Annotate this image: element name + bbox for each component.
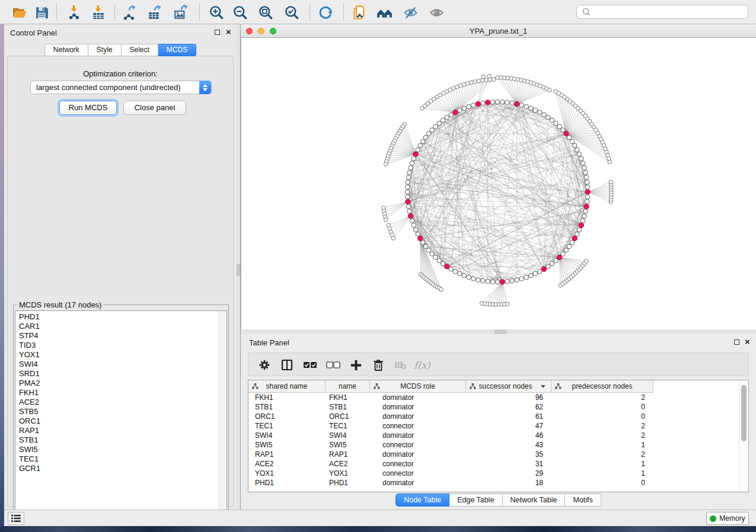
main-toolbar [0, 0, 756, 24]
list-item[interactable]: TEC1 [15, 454, 219, 464]
network-graph-canvas[interactable] [241, 38, 756, 329]
list-item[interactable]: STP4 [15, 331, 219, 341]
search-input[interactable] [594, 6, 748, 18]
import-table-icon[interactable] [90, 4, 107, 21]
table-header-row: shared name name MCDS role successor nod… [248, 380, 653, 393]
splitter-handle[interactable] [495, 330, 506, 334]
list-item[interactable]: CAR1 [15, 322, 219, 331]
clone-network-icon[interactable] [350, 4, 368, 21]
tab-mcds[interactable]: MCDS [158, 44, 196, 56]
select-all-icon[interactable] [302, 357, 318, 373]
memory-button[interactable]: Memory [706, 512, 749, 525]
tab-node-table[interactable]: Node Table [395, 493, 449, 507]
column-header-predecessor-nodes[interactable]: predecessor nodes [551, 380, 653, 393]
list-item[interactable]: PHD1 [15, 312, 219, 322]
table-row[interactable]: ORC1 ORC1 dominator 61 0 [248, 412, 739, 421]
mcds-list-scrollbar[interactable] [219, 311, 227, 520]
node-table[interactable]: shared name name MCDS role successor nod… [248, 380, 749, 492]
export-network-icon[interactable] [120, 4, 138, 21]
first-neighbors-icon[interactable] [375, 4, 393, 21]
tab-style[interactable]: Style [88, 44, 122, 56]
list-item[interactable]: SWI4 [15, 360, 219, 369]
close-panel-icon[interactable]: × [226, 27, 231, 37]
attribute-icon [555, 383, 562, 390]
table-row[interactable]: TEC1 TEC1 connector 47 2 [248, 421, 739, 431]
gear-icon[interactable] [257, 357, 272, 373]
toolbar-separator [310, 4, 310, 20]
zoom-selected-icon[interactable] [283, 4, 301, 21]
task-history-button[interactable] [8, 512, 24, 525]
network-window-title: YPA_prune.txt_1 [241, 27, 756, 36]
open-session-icon[interactable] [11, 4, 28, 21]
list-item[interactable]: GCR1 [15, 464, 219, 473]
attribute-icon [252, 383, 259, 390]
sort-caret-icon[interactable] [541, 385, 546, 388]
float-panel-icon[interactable] [734, 339, 739, 345]
control-panel-header: Control Panel × [4, 24, 237, 40]
table-panel-tabs: Node Table Edge Table Network Table Moti… [241, 493, 756, 507]
float-panel-icon[interactable] [215, 30, 220, 35]
table-scrollbar[interactable] [739, 380, 748, 492]
save-session-icon[interactable] [33, 4, 50, 21]
close-panel-icon[interactable]: × [745, 336, 750, 347]
hide-selected-icon[interactable] [401, 4, 419, 21]
tab-select[interactable]: Select [122, 44, 158, 56]
show-hide-columns-icon[interactable] [279, 357, 295, 373]
show-all-icon[interactable] [428, 4, 445, 21]
vertical-splitter[interactable] [237, 24, 241, 509]
list-item[interactable]: PMA2 [15, 379, 219, 388]
zoom-fit-icon[interactable] [257, 4, 275, 21]
table-row[interactable]: RAP1 RAP1 dominator 35 2 [248, 450, 739, 459]
splitter-handle[interactable] [237, 264, 240, 276]
list-item[interactable]: ORC1 [15, 416, 219, 426]
table-row[interactable]: YOX1 YOX1 connector 29 1 [248, 469, 739, 478]
zoom-in-icon[interactable] [208, 4, 225, 21]
tab-network-table[interactable]: Network Table [503, 493, 566, 507]
close-panel-button[interactable]: Close panel [123, 101, 186, 115]
add-column-icon[interactable] [348, 357, 363, 373]
table-row[interactable]: PHD1 PHD1 dominator 18 0 [248, 478, 739, 488]
import-network-icon[interactable] [65, 4, 83, 21]
list-item[interactable]: SWI5 [15, 445, 219, 454]
column-header-name[interactable]: name [326, 380, 370, 393]
criterion-select[interactable]: largest connected component (undirected) [30, 81, 212, 94]
deselect-all-icon[interactable] [326, 357, 341, 373]
list-item[interactable]: ACE2 [15, 398, 219, 407]
optimization-criterion-label: Optimization criterion: [8, 69, 233, 78]
tab-edge-table[interactable]: Edge Table [449, 493, 502, 507]
delete-column-icon[interactable] [371, 357, 386, 373]
export-image-icon[interactable] [172, 4, 190, 21]
list-item[interactable]: STB1 [15, 435, 219, 445]
list-item[interactable]: YOX1 [15, 350, 219, 360]
table-row[interactable]: FKH1 FKH1 dominator 96 2 [248, 393, 739, 402]
table-panel-title: Table Panel [249, 338, 289, 347]
scrollbar-thumb[interactable] [741, 385, 747, 441]
list-item[interactable]: FKH1 [15, 388, 219, 398]
mcds-result-listbox[interactable]: PHD1CAR1STP4TID3YOX1SWI4SRD1PMA2FKH1ACE2… [15, 310, 227, 520]
table-row[interactable]: STB1 STB1 dominator 62 0 [248, 402, 739, 412]
toolbar-separator [56, 4, 57, 20]
status-bar: Memory [4, 509, 756, 526]
tab-motifs[interactable]: Motifs [565, 493, 601, 507]
list-item[interactable]: SRD1 [15, 369, 219, 379]
column-header-shared-name[interactable]: shared name [248, 380, 326, 393]
table-row[interactable]: SWI4 SWI4 dominator 46 2 [248, 431, 739, 440]
memory-status-icon [710, 515, 716, 522]
mcds-result-group: MCDS result (17 nodes) PHD1CAR1STP4TID3Y… [13, 300, 229, 522]
horizontal-splitter[interactable] [241, 329, 756, 334]
column-header-successor-nodes[interactable]: successor nodes [466, 380, 551, 393]
tab-network[interactable]: Network [44, 44, 88, 56]
export-table-icon[interactable] [146, 4, 164, 21]
column-header-mcds-role[interactable]: MCDS role [370, 380, 466, 393]
table-row[interactable]: SWI5 SWI5 connector 43 1 [248, 440, 739, 450]
run-mcds-button[interactable]: Run MCDS [59, 101, 117, 115]
search-box[interactable] [576, 5, 748, 19]
mcds-tab-content: Optimization criterion: largest connecte… [7, 56, 234, 507]
refresh-icon[interactable] [317, 4, 334, 21]
list-item[interactable]: RAP1 [15, 426, 219, 435]
list-item[interactable]: TID3 [15, 341, 219, 350]
network-window-titlebar[interactable]: YPA_prune.txt_1 [241, 24, 756, 38]
table-row[interactable]: ACE2 ACE2 connector 31 1 [248, 459, 739, 469]
zoom-out-icon[interactable] [231, 4, 249, 21]
list-item[interactable]: STB5 [15, 407, 219, 416]
